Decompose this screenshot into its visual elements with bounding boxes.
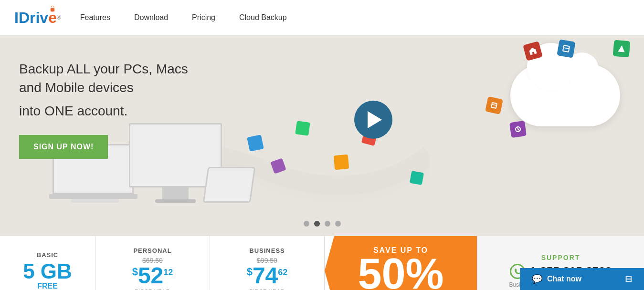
svg-rect-2 <box>51 8 54 11</box>
chat-now-label: Chat now <box>547 275 581 283</box>
logo[interactable]: IDrive ® <box>14 9 61 27</box>
carousel-dot-3[interactable] <box>325 221 330 227</box>
plan-personal-name: PERSONAL <box>133 247 171 254</box>
scatter-icon-2 <box>295 121 310 136</box>
plan-business-price-row: $ 74 62 <box>247 264 288 287</box>
support-label: SUPPORT <box>541 254 581 261</box>
plan-basic-size: 5 GB <box>23 261 72 282</box>
nav-download[interactable]: Download <box>134 13 168 22</box>
scatter-icon-6 <box>410 171 424 185</box>
tablet-device <box>203 167 256 203</box>
plan-business-price-main: 74 <box>253 264 278 287</box>
logo-e-letter: e <box>48 9 57 26</box>
cloud-area <box>486 41 630 150</box>
plan-personal-price-row: $ 52 12 <box>132 264 173 287</box>
signup-button[interactable]: SIGN UP NOW! <box>19 135 108 159</box>
plan-basic[interactable]: BASIC 5 GB FREE <box>0 236 95 290</box>
nav-features[interactable]: Features <box>80 13 110 22</box>
play-button[interactable] <box>354 101 392 139</box>
plan-basic-label: FREE <box>37 282 58 290</box>
play-triangle-icon <box>368 111 382 128</box>
main-nav: Features Download Pricing Cloud Backup <box>80 13 287 22</box>
plan-basic-name: BASIC <box>37 251 58 259</box>
hero-subtitle: into ONE account. <box>19 102 210 120</box>
plan-business-name: BUSINESS <box>249 247 285 254</box>
scatter-icon-3 <box>334 155 349 170</box>
logo-idrive-text: IDriv <box>14 9 48 26</box>
chat-minimize-icon[interactable]: ⊟ <box>625 274 632 284</box>
float-icon-blue <box>557 39 575 58</box>
header: IDrive ® Features Download Pricing Cloud… <box>0 0 644 36</box>
plan-business[interactable]: BUSINESS $99.50 $ 74 62 FIRST YEAR <box>210 236 325 290</box>
plan-business-price-cents: 62 <box>278 268 287 277</box>
lock-icon <box>50 5 55 12</box>
save-percent: 50% <box>358 252 443 290</box>
hero-content: Backup ALL your PCs, Macs and Mobile dev… <box>19 60 210 159</box>
svg-marker-5 <box>618 45 625 52</box>
carousel-dot-1[interactable] <box>304 221 309 227</box>
float-icon-orange <box>485 96 503 114</box>
nav-cloud-backup[interactable]: Cloud Backup <box>239 13 287 22</box>
plan-business-dollar: $ <box>247 267 253 277</box>
plan-personal[interactable]: PERSONAL $69.50 $ 52 12 FIRST YEAR <box>95 236 210 290</box>
save-banner: SAVE UP TO 50% <box>325 236 477 290</box>
carousel-dot-4[interactable] <box>335 221 341 227</box>
svg-line-10 <box>492 104 496 105</box>
carousel-dots <box>304 221 341 227</box>
carousel-dot-2[interactable] <box>314 221 320 227</box>
logo-registered-mark: ® <box>57 14 61 21</box>
chat-icon: 💬 <box>532 274 542 284</box>
scatter-icon-5 <box>270 158 286 174</box>
float-icon-purple <box>509 121 527 138</box>
float-icon-green <box>613 40 631 58</box>
plan-personal-dollar: $ <box>132 267 138 277</box>
hero-title: Backup ALL your PCs, Macs and Mobile dev… <box>19 60 210 97</box>
hero-section: Backup ALL your PCs, Macs and Mobile dev… <box>0 36 644 236</box>
scatter-icon-1 <box>247 135 264 152</box>
svg-line-4 <box>563 48 569 49</box>
plan-personal-price-cents: 12 <box>163 268 173 277</box>
svg-line-7 <box>517 127 518 129</box>
cloud-shape <box>510 64 620 126</box>
svg-line-8 <box>518 129 519 131</box>
plan-personal-price-main: 52 <box>138 264 163 287</box>
nav-pricing[interactable]: Pricing <box>192 13 215 22</box>
chat-now-button[interactable]: 💬 Chat now ⊟ <box>520 268 644 290</box>
